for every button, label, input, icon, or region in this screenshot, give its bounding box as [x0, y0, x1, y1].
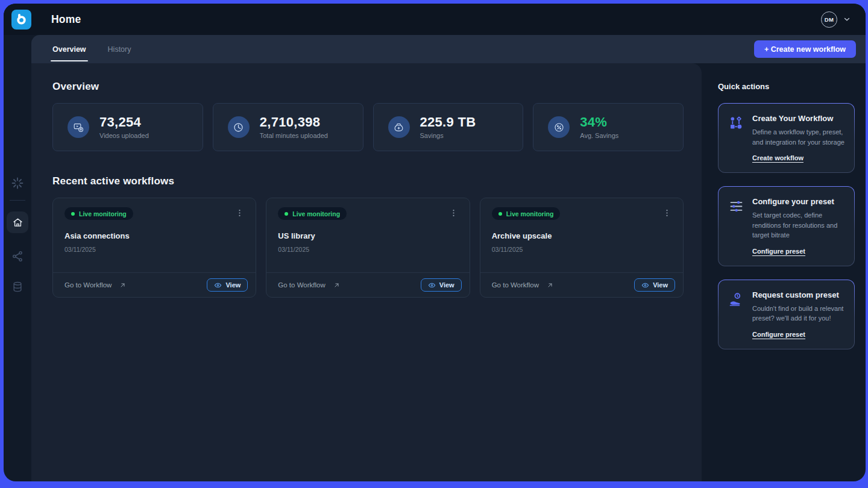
top-header: Home DM [4, 4, 866, 35]
create-workflow-link[interactable]: Create workflow [752, 154, 804, 161]
quick-action-card-create-workflow: Create Your Workflow Define a workflow t… [718, 103, 855, 173]
eye-icon [428, 281, 436, 289]
stat-card-savings: 225.9 TB Savings [373, 103, 524, 151]
stat-label: Total minutes uploaded [260, 132, 328, 139]
workflow-title: Archive upscale [492, 231, 673, 240]
tab-bar: Overview History + Create new workflow [31, 35, 866, 63]
kebab-menu-icon[interactable] [234, 207, 245, 219]
go-to-workflow-link[interactable]: Go to Workflow [492, 281, 553, 289]
overview-heading: Overview [52, 81, 684, 93]
workflow-date: 03/11/2025 [64, 246, 245, 253]
app-window: Home DM [4, 4, 866, 481]
workflow-date: 03/11/2025 [492, 246, 673, 253]
workflow-date: 03/11/2025 [278, 246, 459, 253]
stat-card-minutes: 2,710,398 Total minutes uploaded [213, 103, 363, 151]
stat-value: 2,710,398 [260, 115, 328, 129]
quick-card-title: Create Your Workflow [752, 114, 846, 123]
go-to-workflow-link[interactable]: Go to Workflow [278, 281, 339, 289]
status-badge: Live monitoring [278, 207, 347, 220]
quick-actions-panel: Quick actions [702, 63, 866, 481]
clock-icon [228, 116, 250, 138]
workflows-heading: Recent active workflows [52, 175, 684, 187]
stat-value: 225.9 TB [420, 115, 476, 129]
eye-icon [641, 281, 649, 289]
workflow-title: US library [278, 231, 459, 240]
video-upload-icon [68, 116, 89, 138]
user-menu[interactable]: DM [821, 11, 851, 28]
quick-action-card-request-preset: Request custom preset Couldn't find or b… [718, 280, 855, 349]
rail-divider [10, 200, 25, 201]
brand-logo-icon [11, 10, 31, 30]
arrow-up-right-icon [119, 282, 126, 289]
stat-card-videos: 73,254 Videos uploaded [52, 103, 203, 151]
configure-preset-link[interactable]: Configure preset [752, 331, 805, 338]
main-panel: Overview [31, 63, 702, 481]
live-dot-icon [285, 212, 288, 216]
tab-overview[interactable]: Overview [52, 35, 86, 63]
quick-card-title: Request custom preset [752, 290, 846, 299]
page-title: Home [51, 13, 81, 26]
quick-actions-heading: Quick actions [718, 82, 855, 91]
live-dot-icon [71, 212, 75, 216]
arrow-up-right-icon [547, 282, 553, 289]
workflow-card: Live monitoring Asia connections 03/11/2… [52, 198, 256, 298]
eye-icon [214, 281, 222, 289]
sidebar-item-storage[interactable] [11, 281, 24, 293]
chevron-down-icon [843, 15, 851, 23]
view-button[interactable]: View [421, 278, 462, 292]
stat-label: Avg. Savings [580, 132, 618, 139]
quick-card-description: Set target codec, define renditions for … [752, 210, 846, 240]
quick-action-card-configure-preset: Configure your preset Set target codec, … [718, 186, 855, 266]
sparkle-icon[interactable] [11, 177, 24, 190]
home-icon [12, 217, 24, 228]
sidebar-item-workflows[interactable] [11, 250, 24, 263]
view-button[interactable]: View [207, 278, 248, 292]
stat-value: 34% [580, 115, 618, 129]
percent-icon [548, 116, 570, 138]
workflow-title: Asia connections [64, 231, 245, 240]
kebab-menu-icon[interactable] [661, 207, 673, 219]
configure-preset-link[interactable]: Configure preset [752, 248, 805, 255]
stat-label: Savings [420, 132, 476, 139]
stats-row: 73,254 Videos uploaded 2,710, [52, 103, 684, 151]
view-button[interactable]: View [634, 278, 675, 292]
create-new-workflow-button[interactable]: + Create new workflow [754, 40, 856, 58]
status-badge: Live monitoring [64, 207, 133, 220]
workflow-card: Live monitoring Archive upscale 03/11/20… [480, 198, 684, 298]
sidebar-item-home[interactable] [7, 211, 28, 233]
live-dot-icon [498, 212, 502, 216]
avatar[interactable]: DM [821, 11, 837, 28]
stat-label: Videos uploaded [99, 132, 149, 139]
left-nav-rail [4, 35, 31, 481]
quick-card-title: Configure your preset [752, 197, 846, 206]
quick-card-description: Define a workflow type, preset, and inte… [752, 127, 846, 147]
tab-history[interactable]: History [108, 35, 131, 63]
status-badge: Live monitoring [492, 207, 561, 220]
stat-card-avg-savings: 34% Avg. Savings [533, 103, 684, 151]
money-bag-icon [388, 116, 410, 138]
hand-coin-icon [728, 290, 744, 339]
kebab-menu-icon[interactable] [448, 207, 459, 219]
workflow-nodes-icon [728, 114, 744, 163]
go-to-workflow-link[interactable]: Go to Workflow [64, 281, 126, 289]
quick-card-description: Couldn't find or build a relevant preset… [752, 304, 846, 324]
workflow-cards-row: Live monitoring Asia connections 03/11/2… [52, 198, 684, 298]
workflow-card: Live monitoring US library 03/11/2025 Go… [266, 198, 470, 298]
arrow-up-right-icon [333, 282, 340, 289]
stat-value: 73,254 [99, 115, 149, 129]
sliders-icon [728, 197, 744, 256]
